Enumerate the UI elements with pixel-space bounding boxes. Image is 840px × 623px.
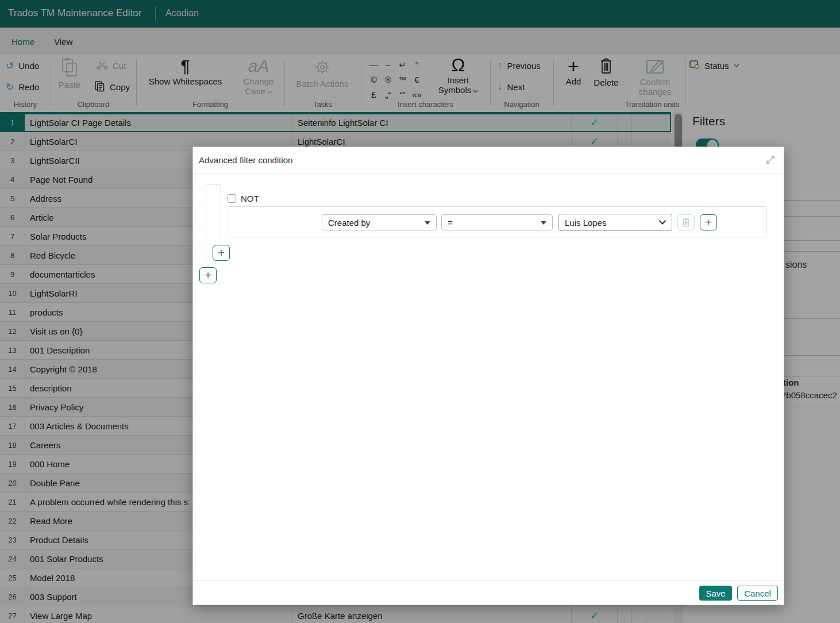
dialog-footer-divider (193, 580, 784, 580)
field-value: Created by (328, 218, 370, 228)
add-group-button[interactable]: + (199, 267, 217, 283)
resize-icon[interactable] (765, 154, 776, 166)
add-condition-to-group-button[interactable]: + (213, 245, 230, 261)
plus-icon: + (705, 217, 712, 228)
operator-dropdown[interactable]: = (441, 214, 553, 230)
condition-row: Created by = Luis Lopes + (229, 206, 766, 237)
tree-connector (206, 184, 206, 275)
save-button[interactable]: Save (699, 586, 732, 601)
dialog-title: Advanced filter condition (199, 155, 292, 165)
add-condition-button[interactable]: + (700, 214, 717, 230)
value-text: Luis Lopes (565, 218, 607, 228)
plus-icon: + (205, 270, 211, 281)
dialog-header-divider (193, 174, 784, 174)
tree-connector (221, 184, 221, 253)
tree-connector (206, 184, 221, 185)
not-label: NOT (241, 194, 259, 203)
not-checkbox[interactable] (228, 194, 236, 203)
field-dropdown[interactable]: Created by (322, 214, 437, 230)
not-group: NOT (228, 194, 259, 203)
app-window: Trados TM Maintenance Editor Acadian Hom… (0, 0, 840, 623)
caret-down-icon (541, 221, 546, 225)
chevron-down-icon (658, 220, 666, 225)
operator-value: = (448, 218, 453, 228)
caret-down-icon (425, 221, 430, 225)
advanced-filter-dialog: Advanced filter condition NOT Created by… (192, 147, 784, 605)
plus-icon: + (218, 247, 225, 259)
value-select[interactable]: Luis Lopes (558, 214, 672, 231)
delete-condition-button[interactable] (677, 214, 695, 230)
cancel-button[interactable]: Cancel (737, 586, 778, 601)
